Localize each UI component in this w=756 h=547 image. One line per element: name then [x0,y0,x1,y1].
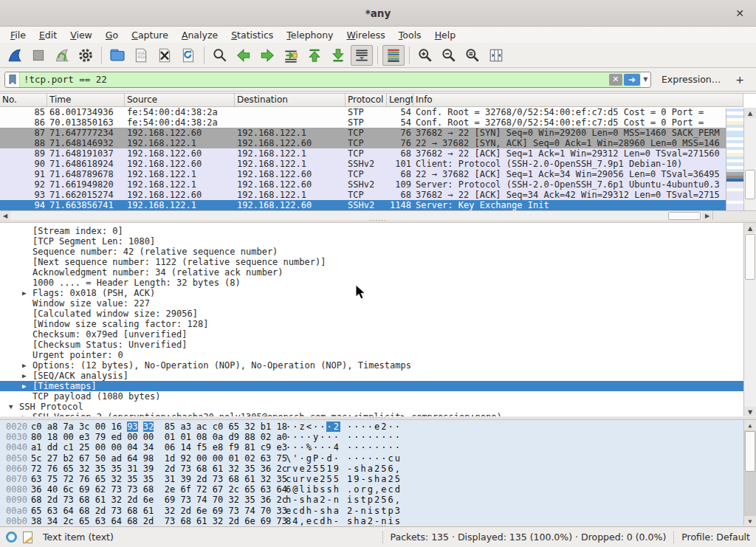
menu-go[interactable]: Go [100,28,124,42]
go-back-button[interactable] [233,45,255,66]
restart-capture-button[interactable] [51,45,73,66]
hex-vscroll-thumb[interactable] [745,431,755,472]
menu-file[interactable]: File [4,28,32,42]
column-header-destination[interactable]: Destination [235,94,346,106]
packet-row-92[interactable]: 9271.661949820192.168.122.1192.168.122.6… [0,179,726,190]
scroll-up-icon[interactable]: ▲ [744,420,756,430]
filter-bookmark-button[interactable] [5,72,20,87]
scroll-down-icon[interactable]: ▼ [744,516,756,526]
hex-row-0050[interactable]: 00505c 27 b2 67 50 ad 64 98 1d 92 00 00 … [0,453,756,464]
go-forward-button[interactable] [256,45,278,66]
expand-icon[interactable]: ▶ [22,381,26,391]
packet-list-hscroll-thumb[interactable] [668,212,701,220]
menu-edit[interactable]: Edit [33,28,63,42]
scroll-up-icon[interactable]: ▲ [744,108,756,118]
packet-list-hscrollbar[interactable]: ◀ ▶ [0,210,712,221]
close-file-button[interactable] [154,45,176,66]
detail-line[interactable]: [TCP Segment Len: 1080] [0,236,743,247]
start-capture-button[interactable] [4,45,26,66]
detail-line[interactable]: 1000 .... = Header Length: 32 bytes (8) [0,278,743,288]
find-packet-button[interactable] [209,45,231,66]
expand-icon[interactable]: ▶ [22,371,26,381]
detail-line[interactable]: Checksum: 0x79ed [unverified] [0,329,743,340]
column-header-info[interactable]: Info [413,94,743,106]
menu-wireless[interactable]: Wireless [341,28,391,42]
reload-file-button[interactable] [177,45,199,66]
filter-apply-button[interactable]: ➜ [624,74,640,86]
menu-help[interactable]: Help [429,28,462,42]
zoom-original-button[interactable] [461,45,484,66]
packet-row-94[interactable]: 9471.663856741192.168.122.1192.168.122.6… [0,200,726,210]
expand-icon[interactable]: ▶ [22,360,26,371]
detail-line[interactable]: [Calculated window size: 29056] [0,309,743,319]
detail-line[interactable]: Sequence number: 42 (relative sequence n… [0,247,743,257]
packet-minimap[interactable] [726,109,743,210]
hex-row-0070[interactable]: 007063 75 72 76 65 32 35 35 31 39 2d 73 … [0,474,756,484]
go-to-packet-button[interactable] [280,45,302,66]
resize-columns-button[interactable] [485,45,507,66]
menu-view[interactable]: View [64,28,98,42]
hex-row-0030[interactable]: 003080 18 00 e3 79 ed 00 00 01 01 08 0a … [0,432,756,442]
hex-vscrollbar[interactable]: ▲ ▼ [743,420,756,526]
close-icon[interactable]: ✕ [732,6,747,21]
filter-clear-button[interactable]: ✕ [609,74,622,86]
detail-line[interactable]: ▶[Timestamps] [0,381,743,391]
menu-tools[interactable]: Tools [393,28,427,42]
hex-row-0080[interactable]: 008036 40 6c 69 62 73 73 68 2e 6f 72 67 … [0,484,756,495]
hex-row-0040[interactable]: 0040a1 dd c1 25 00 00 04 34 06 14 f5 e8 … [0,442,756,453]
expand-icon[interactable]: ▶ [22,288,26,298]
collapse-icon[interactable]: ▼ [9,402,13,412]
detail-line[interactable]: Window size value: 227 [0,298,743,309]
packet-row-85[interactable]: 8568.001734936fe:54:00:d4:38:2aSTP54Conf… [0,107,726,117]
status-profile[interactable]: Profile: Default [681,531,750,543]
menu-statistics[interactable]: Statistics [225,28,279,42]
detail-line[interactable]: ▶[SEQ/ACK analysis] [0,371,743,381]
detail-line[interactable]: ▼SSH Protocol [0,402,743,412]
packet-list-vscroll-thumb[interactable] [745,170,755,199]
go-last-button[interactable] [327,45,349,66]
filter-dropdown-caret[interactable]: ▼ [641,72,650,87]
menu-capture[interactable]: Capture [126,28,174,42]
column-header-source[interactable]: Source [125,94,235,106]
packet-row-91[interactable]: 9171.648789678192.168.122.1192.168.122.6… [0,169,726,179]
capture-comment-icon[interactable] [23,531,32,543]
packet-row-93[interactable]: 9371.662015274192.168.122.60192.168.122.… [0,190,726,200]
hex-row-0090[interactable]: 009068 2d 73 68 61 32 2d 6e 69 73 74 70 … [0,495,756,505]
detail-line[interactable]: ▶Flags: 0x018 (PSH, ACK) [0,288,743,298]
hex-row-00a0[interactable]: 00a065 63 64 68 2d 73 68 61 32 2d 6e 69 … [0,506,756,516]
expert-info-icon[interactable] [6,531,17,543]
column-header-no[interactable]: No. [0,94,47,106]
hex-row-0060[interactable]: 006072 76 65 32 35 35 31 39 2d 73 68 61 … [0,464,756,474]
menu-analyze[interactable]: Analyze [176,28,224,42]
filter-text[interactable]: !tcp.port == 22 [20,72,608,87]
detail-line[interactable]: ▶Options: (12 bytes), No-Operation (NOP)… [0,360,743,371]
colorize-button[interactable] [382,45,405,66]
packet-list-vscrollbar[interactable]: ▲ ▼ [743,108,756,221]
detail-line[interactable]: [Next sequence number: 1122 (relative se… [0,257,743,267]
detail-line[interactable]: [Window size scaling factor: 128] [0,319,743,329]
packet-row-89[interactable]: 8971.648191037192.168.122.60192.168.122.… [0,148,726,159]
zoom-in-button[interactable] [414,45,436,66]
open-file-button[interactable] [106,45,128,66]
details-vscrollbar[interactable]: ▲ ▼ [743,223,756,416]
column-header-time[interactable]: Time [47,94,125,106]
zoom-out-button[interactable] [438,45,460,66]
column-header-protocol[interactable]: Protocol [346,94,387,106]
details-vscroll-thumb[interactable] [745,234,755,280]
hex-row-0020[interactable]: 0020c0 a8 7a 3c 00 16 93 32 85 a3 ac c0 … [0,422,756,432]
packet-row-87[interactable]: 8771.647777234192.168.122.60192.168.122.… [0,128,726,138]
packet-row-90[interactable]: 9071.648618924192.168.122.60192.168.122.… [0,159,726,169]
filter-add-button[interactable]: + [728,74,752,86]
auto-scroll-button[interactable] [351,45,373,66]
packet-row-88[interactable]: 8871.648146932192.168.122.1192.168.122.6… [0,138,726,148]
detail-line[interactable]: Urgent pointer: 0 [0,350,743,360]
expression-button[interactable]: Expression… [651,74,728,85]
menu-telephony[interactable]: Telephony [281,28,339,42]
detail-line[interactable]: [Stream index: 0] [0,226,743,236]
detail-line[interactable]: TCP payload (1080 bytes) [0,391,743,402]
expand-icon[interactable]: ▶ [22,412,26,416]
scroll-down-icon[interactable]: ▼ [744,407,756,416]
go-first-button[interactable] [303,45,326,66]
display-filter-input[interactable]: !tcp.port == 22 ✕ ➜ ▼ [4,72,651,88]
packet-row-86[interactable]: 8670.013850163fe:54:00:d4:38:2aSTP54Conf… [0,117,726,128]
